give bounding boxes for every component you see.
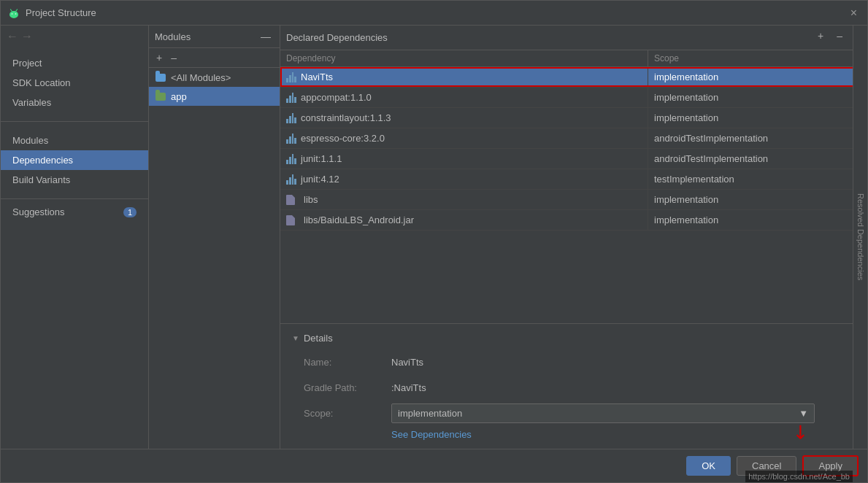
deps-add-btn[interactable]: + [813,28,829,47]
modules-add-remove-toolbar: + – [149,48,280,68]
bottom-bar: ↘ OK Cancel Apply https://blog.csdn.net/… [1,449,867,482]
back-arrow[interactable]: ← [7,30,18,43]
dep-row-constraintlayout[interactable]: constraintlayout:1.1.3 implementation [280,108,867,128]
modules-panel: Modules — + – <All Modules> [149,26,280,449]
dep-libs-scope: implementation [648,190,867,209]
gradle-path-label: Gradle Path: [304,378,391,398]
details-triangle-icon: ▼ [292,334,299,342]
sidebar-item-dependencies[interactable]: Dependencies [1,150,148,170]
dep-constraintlayout-name: constraintlayout:1.1.3 [280,108,648,128]
details-section: ▼ Details Name: NaviTts Gradle Path: :Na… [280,323,867,449]
android-icon [8,7,20,19]
sidebar-item-suggestions[interactable]: Suggestions 1 [1,202,148,222]
dropdown-arrow-icon: ▼ [799,408,808,419]
bar-chart-icon [286,134,296,144]
sidebar-item-variables[interactable]: Variables [1,93,148,112]
svg-line-5 [16,9,18,11]
main-content: Declared Dependencies + – ↑ Dependency S… [280,26,867,449]
dep-row-navitts[interactable]: NaviTts implementation [280,67,867,88]
title-text: Project Structure [26,7,96,18]
dep-navitts-scope: implementation [648,67,867,87]
modules-remove-btn[interactable]: – [168,51,180,64]
name-label: Name: [304,352,391,372]
forward-arrow[interactable]: → [21,30,33,43]
svg-line-4 [11,9,12,11]
name-value: NaviTts [391,352,856,372]
module-app-label: app [171,91,187,102]
nav-arrows: ← → [1,26,148,47]
dep-espresso-name: espresso-core:3.2.0 [280,128,648,148]
deps-remove-btn[interactable]: – [831,28,848,47]
title-bar: Project Structure × [1,1,867,26]
project-structure-dialog: Project Structure × ← → Project SDK Loca… [0,0,868,483]
deps-table: Dependency Scope NaviTts implementation [280,50,867,323]
details-grid: Name: NaviTts Gradle Path: :NaviTts Scop… [292,352,856,440]
bar-chart-icon [286,72,296,82]
bar-chart-icon [286,154,296,164]
module-app[interactable]: app [149,87,280,106]
scope-label: Scope: [304,403,391,423]
modules-nav-section: Modules Dependencies Build Variants [1,125,148,196]
dep-libs-baidu-scope: implementation [648,210,867,230]
modules-panel-toolbar: — [258,30,274,43]
dep-junit412-scope: testImplementation [648,169,867,189]
modules-panel-header: Modules — [149,26,280,48]
top-nav-section: Project SDK Location Variables [1,47,148,118]
deps-title: Declared Dependencies [286,32,388,43]
dep-junit412-name: junit:4.12 [280,169,648,189]
nav-divider-1 [1,121,148,122]
sidebar-item-sdk-location[interactable]: SDK Location [1,73,148,93]
module-all-modules-label: <All Modules> [171,72,231,83]
dep-navitts-name: NaviTts [280,67,648,87]
dep-libs-baidu-name: libs/BaiduLBS_Android.jar [280,210,648,230]
file-icon [286,215,295,225]
see-dependencies-link[interactable]: See Dependencies [391,429,856,440]
close-button[interactable]: × [848,6,860,20]
bar-chart-icon [286,93,296,103]
title-bar-left: Project Structure [8,7,96,19]
file-icon [286,195,295,205]
main-body: ← → Project SDK Location Variables Modul… [1,26,867,449]
dep-junit111-scope: androidTestImplementation [648,149,867,169]
dep-appcompat-scope: implementation [648,88,867,107]
modules-list: <All Modules> app [149,68,280,449]
suggestions-label: Suggestions [12,206,65,217]
scope-dropdown[interactable]: implementation ▼ [391,403,815,423]
folder-green-icon [155,90,166,102]
dep-espresso-scope: androidTestImplementation [648,128,867,148]
ok-button[interactable]: OK [686,456,731,476]
dep-row-appcompat[interactable]: appcompat:1.1.0 implementation [280,88,867,108]
suggestions-badge: 1 [123,207,137,217]
resolved-dependencies-panel[interactable]: Resolved Dependencies [853,26,867,449]
details-header[interactable]: ▼ Details [292,333,856,344]
bar-chart-icon [286,113,296,123]
module-all-modules[interactable]: <All Modules> [149,68,280,87]
nav-divider-2 [1,198,148,199]
modules-panel-title: Modules [155,31,191,42]
dep-col-dependency: Dependency [280,50,648,66]
dep-row-junit412[interactable]: junit:4.12 testImplementation [280,169,867,190]
dep-row-espresso[interactable]: espresso-core:3.2.0 androidTestImplement… [280,128,867,149]
dep-row-libs[interactable]: libs implementation [280,190,867,210]
sidebar-item-modules[interactable]: Modules [1,131,148,150]
see-deps-placeholder [304,429,391,440]
sidebar-item-project[interactable]: Project [1,53,148,73]
deps-header: Declared Dependencies + – ↑ [280,26,867,50]
dep-appcompat-name: appcompat:1.1.0 [280,88,648,107]
gradle-path-value: :NaviTts [391,378,856,398]
scope-dropdown-value: implementation [398,408,462,419]
dep-col-scope: Scope [648,50,867,66]
details-title: Details [304,333,333,344]
left-sidebar: ← → Project SDK Location Variables Modul… [1,26,149,449]
dep-libs-name: libs [280,190,648,209]
modules-collapse-btn[interactable]: — [258,30,274,43]
modules-add-btn[interactable]: + [153,51,165,64]
sidebar-item-build-variants[interactable]: Build Variants [1,170,148,190]
svg-point-3 [15,13,17,15]
dep-row-libs-baidu[interactable]: libs/BaiduLBS_Android.jar implementation [280,210,867,231]
folder-blue-icon [155,72,166,83]
dep-row-junit111[interactable]: junit:1.1.1 androidTestImplementation [280,149,867,169]
deps-table-header: Dependency Scope [280,50,867,67]
bar-chart-icon [286,174,296,185]
watermark: https://blog.csdn.net/Ace_bb [745,471,853,482]
